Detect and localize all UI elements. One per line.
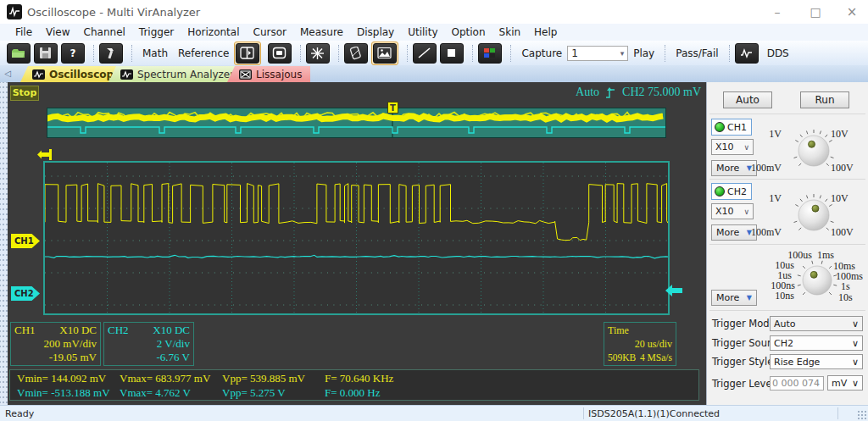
timebase-knob[interactable] [792, 257, 843, 304]
run-button[interactable]: Run [800, 91, 849, 108]
ch2-enable-button[interactable]: CH2 [711, 183, 752, 200]
minimize-button[interactable]: – [765, 3, 790, 20]
trigger-style-select[interactable]: Rise Edge ∨ [770, 354, 863, 369]
maximize-button[interactable]: □ [803, 3, 828, 20]
trigger-level-unit-select[interactable]: mV ∨ [827, 375, 863, 391]
toolbar-separator [472, 45, 473, 62]
trigger-level-arrow[interactable] [665, 285, 682, 296]
ch2-position-flag[interactable]: CH2 [11, 286, 40, 301]
waveform-overview-strip[interactable] [47, 108, 666, 138]
menu-utility[interactable]: Utility [401, 26, 444, 38]
status-bar: Ready ISDS205A(1.1)(1)Connected [0, 405, 868, 421]
ch2-freq: F= 0.000 Hz [325, 386, 427, 400]
ch2-vpp: Vpp= 5.275 V [222, 386, 325, 400]
trigger-unit-value: mV [832, 378, 847, 389]
ch2-volt-label-10v: 10V [831, 192, 849, 205]
ch1-volt-label-1v: 1V [760, 128, 782, 141]
resize-grip[interactable] [857, 410, 867, 420]
menu-help[interactable]: Help [527, 26, 564, 38]
ch2-offset: -6.76 V [108, 351, 190, 364]
scope-display-area: Stop Auto CH2 75.000 mV T CH1 CH2 [8, 82, 706, 405]
menu-cursor[interactable]: Cursor [247, 26, 293, 38]
lissajous-tab-icon [239, 69, 252, 80]
utility-tool-button[interactable] [99, 43, 123, 64]
toolbar-separator [729, 45, 730, 62]
menu-view[interactable]: View [39, 26, 76, 38]
menu-file[interactable]: File [8, 26, 39, 38]
plot-canvas [45, 163, 668, 313]
menu-trigger[interactable]: Trigger [132, 26, 181, 38]
menu-channel[interactable]: Channel [77, 26, 132, 38]
diagonal-line-icon [417, 47, 432, 60]
save-button[interactable] [34, 43, 58, 64]
split-view-button[interactable] [234, 42, 261, 65]
stop-display-button[interactable] [440, 43, 464, 64]
help-button[interactable]: ? [61, 43, 85, 64]
menu-bar: File View Channel Trigger Horizontal Cur… [0, 24, 868, 41]
chevron-down-icon: ∨ [852, 319, 859, 330]
ch1-scale: 200 mV/div [14, 337, 97, 351]
dds-button[interactable] [735, 43, 759, 64]
menu-option[interactable]: Option [445, 26, 492, 38]
device-button[interactable] [344, 43, 368, 64]
play-button[interactable]: Play [633, 47, 654, 59]
capture-label: Capture [521, 47, 562, 59]
trigger-time-marker[interactable]: T [387, 102, 398, 114]
tab-lissajous[interactable]: Lissajous [227, 66, 310, 82]
dds-wave-icon [739, 47, 754, 60]
line-draw-button[interactable] [413, 43, 437, 64]
ch2-name: CH2 [108, 324, 129, 337]
timebase-more-button[interactable]: More ▼ [711, 290, 757, 306]
ch2-led-icon [715, 186, 725, 197]
xy-mode-button[interactable] [306, 43, 330, 64]
ch2-button-label: CH2 [727, 186, 747, 197]
math-button[interactable]: Math [142, 47, 168, 59]
device-card-icon [348, 47, 364, 60]
ch1-volt-label-10v: 10V [831, 128, 849, 141]
waterfall-view-button[interactable] [371, 42, 398, 65]
ch2-probe-select[interactable]: X10 ∨ [711, 203, 754, 219]
ch1-probe-select[interactable]: X10 ∨ [711, 139, 754, 155]
main-waveform-plot[interactable] [43, 161, 670, 315]
tab-bar: ◁ Oscilloscope Spectrum Analyzer Lissajo… [0, 65, 868, 82]
menu-skin[interactable]: Skin [492, 26, 528, 38]
close-button[interactable]: × [839, 3, 865, 20]
acquisition-status-badge: Stop [10, 86, 39, 101]
ch2-more-label: More [716, 227, 739, 238]
capture-count-select[interactable]: 1 ▾ [567, 46, 628, 61]
chevron-down-icon: ∨ [852, 338, 859, 349]
trigger-level-input[interactable]: 0 000 074 [770, 376, 824, 391]
hammer-icon [103, 47, 119, 60]
trigger-mode-select[interactable]: Auto ∨ [770, 316, 863, 331]
rgb-squares-icon [482, 47, 498, 60]
menu-measure[interactable]: Measure [293, 26, 350, 38]
ch2-probe-value: X10 [715, 206, 734, 217]
ch2-scale: 2 V/div [108, 337, 190, 351]
full-view-button[interactable] [268, 43, 292, 64]
ch1-info-box: CH1X10 DC 200 mV/div -19.05 mV [10, 322, 101, 366]
tab-spectrum-analyzer[interactable]: Spectrum Analyzer [108, 66, 242, 82]
dds-label[interactable]: DDS [767, 47, 789, 59]
spectrum-tab-icon [120, 69, 133, 80]
ch2-probe-coupling: X10 DC [153, 324, 190, 337]
folder-open-icon [11, 47, 26, 60]
trigger-source-select[interactable]: CH2 ∨ [770, 335, 863, 351]
ch1-enable-button[interactable]: CH1 [711, 119, 752, 136]
color-scheme-button[interactable] [478, 43, 502, 64]
ch1-more-label: More [716, 163, 739, 174]
reference-button[interactable]: Reference [178, 47, 229, 59]
tab-scroll-left-button[interactable]: ◁ [2, 68, 14, 80]
auto-button[interactable]: Auto [723, 91, 772, 108]
open-file-button[interactable] [7, 43, 31, 64]
toolbar-separator [510, 45, 511, 62]
menu-horizontal[interactable]: Horizontal [181, 26, 246, 38]
passfail-button[interactable]: Pass/Fail [676, 47, 718, 59]
ch1-position-flag[interactable]: CH1 [11, 234, 40, 248]
chevron-down-icon: ∨ [852, 357, 859, 368]
sample-rate: 4 MSa/s [640, 351, 672, 364]
trigger-mode-label: Trigger Mode [712, 316, 776, 331]
chevron-down-icon: ∨ [852, 378, 859, 389]
horizontal-trigger-position-arrow[interactable] [37, 149, 54, 160]
menu-display[interactable]: Display [350, 26, 401, 38]
floppy-icon [38, 47, 53, 60]
